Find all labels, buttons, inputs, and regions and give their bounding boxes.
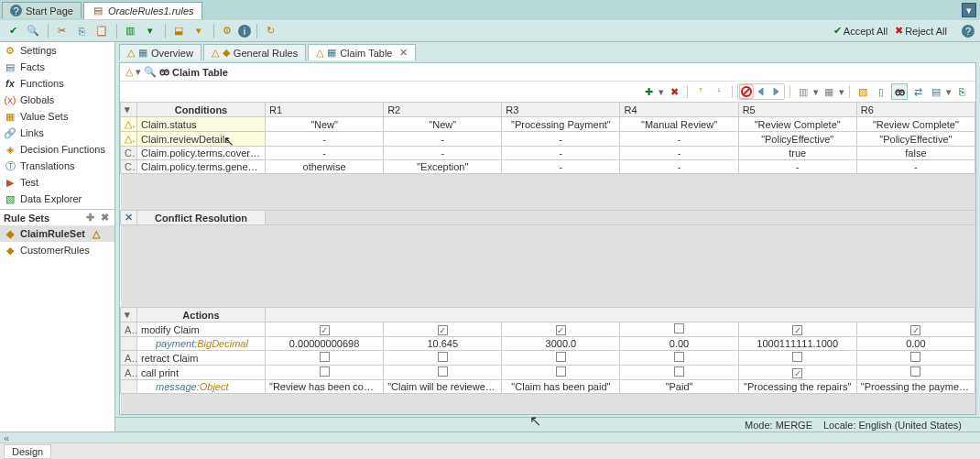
action-row[interactable]: payment:BigDecimal 0.0000000069810.64530… xyxy=(121,337,975,351)
delete-ruleset-button[interactable]: ✖ xyxy=(98,212,111,224)
col-r2[interactable]: R2 xyxy=(384,103,502,117)
refresh-icon[interactable]: ↻ xyxy=(261,22,279,40)
checkbox[interactable] xyxy=(792,352,802,362)
checkbox[interactable] xyxy=(556,366,566,377)
no-gap-icon[interactable] xyxy=(739,84,754,99)
checkbox[interactable] xyxy=(792,368,802,378)
collapse-cols-icon[interactable]: ▯ xyxy=(873,83,889,100)
checkbox[interactable] xyxy=(910,325,920,335)
col-r1[interactable]: R1 xyxy=(266,103,384,117)
split-icon[interactable]: ▥ xyxy=(795,83,811,100)
condition-row[interactable]: C3 Claim.policy.terms.coverages. ----tru… xyxy=(121,147,975,160)
tab-claim-table[interactable]: △▦Claim Table✕ xyxy=(308,44,416,60)
collapse-bar: « xyxy=(0,432,980,443)
info-icon[interactable]: i xyxy=(238,25,251,38)
col-r3[interactable]: R3 xyxy=(502,103,620,117)
checkbox[interactable] xyxy=(556,352,566,362)
tab-general-rules[interactable]: △◆General Rules xyxy=(203,44,306,60)
sidebar-item-facts[interactable]: ▤Facts xyxy=(0,59,114,75)
checkbox[interactable] xyxy=(438,352,448,362)
dict-down-icon[interactable]: ▾ xyxy=(141,22,159,40)
action-row[interactable]: message:Object "Review has been complet.… xyxy=(121,380,975,394)
find-icon[interactable]: 🔍 xyxy=(24,22,42,40)
resize-icon[interactable]: ▤ xyxy=(928,83,944,100)
sidebar-item-globals[interactable]: (x)Globals xyxy=(0,92,114,108)
action-row[interactable]: A3call print xyxy=(121,366,975,380)
delete-button[interactable]: ✖ xyxy=(666,83,682,100)
move-down-button[interactable]: ꜜ xyxy=(711,83,727,100)
col-r4[interactable]: R4 xyxy=(620,103,738,117)
warning-icon: △ xyxy=(125,66,133,78)
settings-icon[interactable]: ⚙ xyxy=(218,22,236,40)
conflict-resolution-row: ✕ Conflict Resolution xyxy=(121,211,975,225)
checkbox[interactable] xyxy=(910,352,920,362)
tab-start-page[interactable]: ? Start Page xyxy=(2,2,82,18)
sidebar-item-data-explorer[interactable]: ▧Data Explorer xyxy=(0,191,114,207)
checkbox[interactable] xyxy=(438,325,448,335)
action-row[interactable]: A1modify Claim xyxy=(121,322,975,337)
gap-analysis-icon[interactable]: ▧ xyxy=(855,83,871,100)
ruleset-customerrules[interactable]: ◆CustomerRules xyxy=(0,242,114,258)
export-icon[interactable]: ⎘ xyxy=(953,83,970,100)
checkbox[interactable] xyxy=(438,366,448,377)
dict-icon[interactable]: ▥ xyxy=(121,22,139,40)
switch-rows-icon[interactable]: ⇄ xyxy=(909,83,926,100)
close-section-icon[interactable]: ✕ xyxy=(125,212,133,223)
copy-icon[interactable]: ⎘ xyxy=(72,22,91,40)
checkbox[interactable] xyxy=(320,325,330,335)
collapse-actions-icon[interactable]: ▾ xyxy=(125,309,130,320)
tab-overview[interactable]: △▦Overview xyxy=(119,44,201,60)
checkbox[interactable] xyxy=(674,352,684,362)
sidebar-item-value-sets[interactable]: ▦Value Sets xyxy=(0,108,114,125)
checkbox[interactable] xyxy=(674,366,684,377)
ruleset-claimruleset[interactable]: ◆ClaimRuleSet△ xyxy=(0,225,114,242)
add-button[interactable]: ✚ xyxy=(640,83,657,100)
checkbox[interactable] xyxy=(910,366,920,377)
tab-label: Start Page xyxy=(26,5,73,16)
sidebar-item-decision-functions[interactable]: ◈Decision Functions xyxy=(0,141,114,158)
accept-all-button[interactable]: Accept All xyxy=(844,26,887,37)
move-up-button[interactable]: ꜛ xyxy=(692,83,709,100)
paste-icon[interactable]: 📋 xyxy=(93,22,111,40)
condition-row[interactable]: △ C1 Claim.status "New""New""Processing … xyxy=(121,117,975,132)
checkbox[interactable] xyxy=(674,323,684,333)
show-conflicts-icon[interactable]: ꙭ xyxy=(891,83,908,100)
ruleset-icon: ◆ xyxy=(4,244,16,257)
condition-row[interactable]: △ C2 Claim.reviewDetails ----"PolicyEffe… xyxy=(121,132,975,147)
sidebar-item-functions[interactable]: fxFunctions xyxy=(0,75,114,92)
cut-icon[interactable]: ✂ xyxy=(52,22,71,40)
checkbox[interactable] xyxy=(320,366,330,377)
expand-icon[interactable]: ⬓ xyxy=(169,22,188,40)
binoculars-icon[interactable]: ꙭ xyxy=(159,66,169,78)
col-r6[interactable]: R6 xyxy=(856,103,975,117)
collapse-icon[interactable]: ▾ xyxy=(136,66,141,78)
validate-icon[interactable]: ✔ xyxy=(4,22,22,40)
tab-oracle-rules[interactable]: ▤ OracleRules1.rules xyxy=(83,2,202,19)
sidebar-item-links[interactable]: 🔗Links xyxy=(0,125,114,141)
sidebar-item-settings[interactable]: ⚙Settings xyxy=(0,42,114,59)
help-icon[interactable]: ? xyxy=(962,25,975,38)
file-tabs: ? Start Page ▤ OracleRules1.rules ▾ xyxy=(0,0,980,20)
header-row: ▾ Conditions R1 R2 R3 R4 R5 R6 xyxy=(121,103,975,117)
nav-prev-icon[interactable] xyxy=(754,84,768,99)
col-r5[interactable]: R5 xyxy=(738,103,856,117)
design-tab[interactable]: Design xyxy=(4,444,51,459)
collapse-conditions-icon[interactable]: ▾ xyxy=(125,104,130,115)
reject-all-button[interactable]: Reject All xyxy=(905,26,947,37)
collapse-left-icon[interactable]: « xyxy=(4,432,9,443)
nav-next-icon[interactable] xyxy=(768,84,783,99)
checkbox[interactable] xyxy=(792,325,802,335)
sidebar-item-translations[interactable]: ⓉTranslations xyxy=(0,158,114,174)
merge-icon[interactable]: ▦ xyxy=(821,83,837,100)
close-icon[interactable]: ✕ xyxy=(399,47,408,59)
add-ruleset-button[interactable]: ✚ xyxy=(83,212,96,224)
action-row[interactable]: A2retract Claim xyxy=(121,351,975,366)
actions-header-row: ▾ Actions xyxy=(121,308,975,322)
sidebar-item-test[interactable]: ▶Test xyxy=(0,174,114,191)
expand-down-icon[interactable]: ▾ xyxy=(190,22,208,40)
checkbox[interactable] xyxy=(320,352,330,362)
checkbox[interactable] xyxy=(556,325,566,335)
search-icon[interactable]: 🔍 xyxy=(144,66,157,78)
minimize-tabs-button[interactable]: ▾ xyxy=(962,3,976,17)
condition-row[interactable]: C4 Claim.policy.terms.generalTer... othe… xyxy=(121,160,975,174)
